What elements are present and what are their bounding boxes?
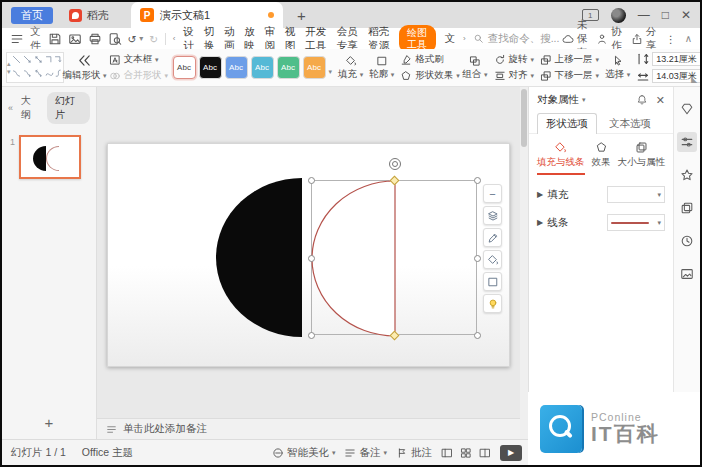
quick-fill-button[interactable]: [483, 250, 502, 269]
save-icon[interactable]: [48, 32, 62, 46]
history-clock-button[interactable]: [677, 231, 697, 251]
line-color-dropdown[interactable]: ▾: [607, 214, 665, 231]
resize-handle-ne[interactable]: [474, 177, 481, 184]
outline-button[interactable]: 轮廓 ▾: [366, 55, 397, 81]
fill-color-dropdown[interactable]: ▾: [607, 186, 665, 203]
properties-sliders-button[interactable]: [677, 132, 697, 152]
image-tools-button[interactable]: [677, 264, 697, 284]
slides-tab[interactable]: 幻灯片: [47, 92, 90, 124]
curve-connector-icon[interactable]: [11, 68, 22, 81]
rotate-handle[interactable]: [389, 158, 401, 170]
export-image-icon[interactable]: [68, 32, 82, 46]
canvas-scrollbar[interactable]: [520, 87, 528, 439]
double-arrow-shape-icon[interactable]: [33, 54, 44, 67]
fill-section[interactable]: ▶ 填充 ▾: [529, 175, 673, 203]
fill-line-icon: [554, 141, 567, 154]
close-panel-icon[interactable]: ✕: [656, 94, 665, 107]
effects-star-button[interactable]: [677, 165, 697, 185]
shape-style-white[interactable]: Abc: [173, 56, 196, 79]
rotate-button[interactable]: 旋转▾: [494, 53, 534, 66]
theme-name[interactable]: Office 主题: [82, 446, 133, 460]
play-slideshow-button[interactable]: ▶: [500, 445, 522, 461]
redo-button[interactable]: ↻: [149, 33, 158, 45]
reading-view-icon[interactable]: [479, 447, 491, 459]
shape-effects-button[interactable]: 形状效果▾: [400, 69, 456, 82]
bring-forward-button[interactable]: 上移一层▾: [540, 53, 600, 66]
elbow-arrow-connector-icon[interactable]: [53, 54, 64, 67]
collapse-ribbon-icon[interactable]: ∧: [685, 33, 692, 44]
home-tab-button[interactable]: 首页: [11, 7, 53, 24]
edit-shape-button[interactable]: 编辑形状 ▾: [64, 53, 106, 82]
shape-height-field[interactable]: 13.21厘米 ▲▼: [636, 52, 702, 66]
expand-arrow-icon[interactable]: ▶: [537, 218, 543, 227]
slide-sorter-view-icon[interactable]: [460, 447, 472, 459]
notes-button[interactable]: 备注▾: [344, 446, 387, 460]
slide-thumbnail[interactable]: [19, 135, 81, 179]
style-gallery-more-icon[interactable]: ▾: [329, 68, 333, 76]
shape-style-cyan[interactable]: Abc: [251, 56, 274, 79]
format-painter-button[interactable]: 格式刷: [400, 53, 456, 66]
print-preview-icon[interactable]: [108, 32, 122, 46]
line-section[interactable]: ▶ 线条 ▾: [529, 203, 673, 231]
white-semicircle-shape[interactable]: [311, 180, 479, 337]
smart-suggest-button[interactable]: [483, 294, 502, 313]
format-gem-button[interactable]: [677, 99, 697, 119]
shape-style-black[interactable]: Abc: [199, 56, 222, 79]
ribbon-scroll-right-icon[interactable]: ›: [463, 34, 466, 43]
menu-text-tools[interactable]: 文: [443, 32, 456, 46]
new-tab-button[interactable]: +: [297, 7, 306, 24]
subtab-fill-line[interactable]: 填充与线条: [537, 141, 585, 175]
send-backward-button[interactable]: 下移一层▾: [540, 69, 600, 82]
ribbon-scroll-left-icon[interactable]: ‹: [173, 34, 176, 43]
shape-style-blue[interactable]: Abc: [225, 56, 248, 79]
shape-style-green[interactable]: Abc: [277, 56, 300, 79]
tab-text-options[interactable]: 文本选项: [601, 114, 659, 134]
chevron-down-icon[interactable]: ▾: [582, 96, 586, 104]
expand-arrow-icon[interactable]: ▶: [537, 190, 543, 199]
curve-double-arrow-icon[interactable]: [33, 68, 44, 81]
resize-handle-sw[interactable]: [308, 332, 315, 339]
align-button[interactable]: 对齐▾: [494, 69, 534, 82]
resize-handle-e[interactable]: [474, 255, 481, 262]
dialog-launcher-icon[interactable]: ◢: [691, 75, 697, 84]
width-icon: [636, 69, 650, 83]
normal-view-icon[interactable]: [441, 447, 453, 459]
outline-tab[interactable]: 大纲: [21, 94, 39, 122]
slide-canvas[interactable]: − 单击此处添加备注: [97, 87, 520, 439]
smart-beautify-button[interactable]: 智能美化▾: [272, 446, 336, 460]
resize-handle-se[interactable]: [474, 332, 481, 339]
quick-outline-button[interactable]: [483, 272, 502, 291]
more-menu-icon[interactable]: ⋮: [665, 33, 676, 45]
fill-button[interactable]: 填充 ▾: [335, 55, 366, 81]
edit-points-button[interactable]: [483, 228, 502, 247]
line-shape-icon[interactable]: [11, 54, 22, 67]
subtab-size-properties[interactable]: 大小与属性: [618, 141, 666, 175]
layer-button[interactable]: [483, 206, 502, 225]
tab-shape-options[interactable]: 形状选项: [537, 113, 597, 134]
select-button[interactable]: 选择 ▾: [602, 55, 633, 81]
slides-panel: « 大纲 幻灯片 1 +: [2, 87, 97, 439]
docer-tab[interactable]: 稻壳: [69, 8, 109, 23]
curve-arrow-icon[interactable]: [22, 68, 33, 81]
print-icon[interactable]: [88, 32, 102, 46]
selected-shape-bounding-box[interactable]: [311, 180, 477, 335]
add-slide-button[interactable]: +: [2, 414, 96, 431]
shape-style-orange[interactable]: Abc: [303, 56, 326, 79]
scrollbar-thumb[interactable]: [521, 89, 527, 147]
collapse-panel-icon[interactable]: «: [8, 103, 13, 113]
shape-gallery[interactable]: ▴▾: [6, 52, 64, 83]
text-box-button[interactable]: 文本框▾: [109, 53, 167, 66]
layers-copy-button[interactable]: [677, 198, 697, 218]
subtab-effects[interactable]: 效果: [592, 141, 611, 175]
group-button[interactable]: 组合 ▾: [459, 55, 490, 81]
command-search-input[interactable]: 查找命令、搜...: [473, 32, 555, 46]
resize-handle-w[interactable]: [308, 255, 315, 262]
arrow-shape-icon[interactable]: [22, 54, 33, 67]
notes-bar[interactable]: 单击此处添加备注: [97, 418, 520, 439]
bell-icon[interactable]: [636, 94, 648, 106]
undo-button[interactable]: ↺▾: [128, 33, 144, 45]
resize-handle-nw[interactable]: [308, 177, 315, 184]
merge-shapes-button[interactable]: 合并形状▾: [109, 69, 167, 82]
comments-button[interactable]: 批注: [396, 446, 432, 460]
collapse-toolbar-button[interactable]: −: [483, 184, 502, 203]
